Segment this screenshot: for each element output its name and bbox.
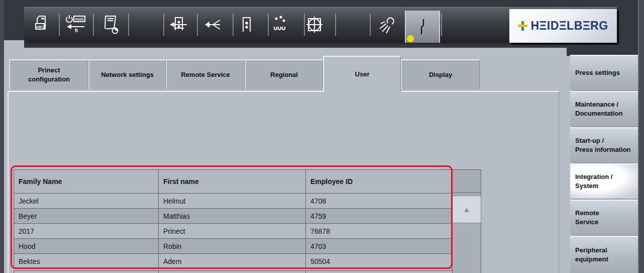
table-cell[interactable]: Bektes — [14, 254, 159, 269]
toolbar-separator — [128, 14, 129, 36]
powder-sprayer-icon — [270, 15, 290, 35]
table-cell[interactable]: 4759 — [306, 209, 453, 224]
prinect-press-center-screen: ABC 0000 h — [0, 0, 644, 273]
heidelberg-plus-icon — [518, 21, 527, 31]
scrollbar-header-cell — [452, 169, 481, 193]
sheet-infeed-button[interactable] — [161, 8, 195, 42]
wash-spray-button[interactable] — [371, 8, 405, 42]
heidelberg-logo-panel: HΞIDΞLBΞRG — [509, 9, 617, 43]
abc-counter-button[interactable]: ABC — [24, 8, 58, 42]
wash-spray-icon — [378, 14, 399, 35]
toolbar-separator — [370, 14, 371, 36]
table-cell[interactable]: Beyer — [14, 209, 159, 224]
column-header-family-name: Family Name — [14, 170, 159, 194]
hour-counter-icon: 0000 h — [64, 15, 86, 35]
sidebar-item-startup[interactable]: Start-up / Press information — [570, 127, 638, 162]
svg-text:0000: 0000 — [75, 18, 84, 22]
status-indicator-dot — [407, 35, 414, 42]
table-cell[interactable]: 76878 — [306, 224, 453, 239]
sidebar-item-press-settings[interactable]: Press settings — [570, 55, 638, 90]
user-table: Family Name First name Employee ID Jecke… — [14, 169, 452, 269]
register-icon — [304, 15, 325, 35]
register-button[interactable] — [297, 8, 332, 42]
tab-remote-service[interactable]: Remote Service — [166, 59, 245, 89]
hour-counter-button[interactable]: 0000 h — [58, 8, 92, 42]
content-corner-notch — [4, 40, 24, 48]
service-switch-icon — [419, 18, 426, 35]
toolbar-separator — [335, 14, 336, 36]
heidelberg-logo-text: HΞIDΞLBΞRG — [530, 19, 608, 33]
job-report-time-icon — [99, 15, 120, 35]
scroll-up-button[interactable]: ▲ — [452, 196, 481, 223]
svg-text:h: h — [75, 28, 78, 33]
abc-card-icon: ABC — [31, 15, 51, 35]
sheet-travel-button[interactable] — [195, 8, 229, 42]
table-cell[interactable]: 4708 — [306, 194, 453, 209]
tab-user[interactable]: User — [323, 56, 401, 92]
sidebar-item-integration-system[interactable]: Integration / System — [570, 163, 638, 199]
table-cell[interactable]: Robin — [159, 239, 306, 254]
toolbar-separator — [441, 14, 442, 36]
table-cell[interactable]: 4703 — [306, 239, 453, 254]
sidebar-item-maintenance[interactable]: Maintenance / Documentation — [570, 91, 638, 126]
tab-network-settings[interactable]: Network settings — [88, 59, 166, 89]
table-cell[interactable]: Jeckel — [14, 194, 159, 209]
column-header-employee-id: Employee ID — [306, 170, 453, 194]
delivery-unit-icon — [236, 15, 256, 35]
tab-display[interactable]: Display — [401, 59, 480, 89]
table-cell[interactable]: Helmut — [159, 194, 306, 209]
delivery-button[interactable] — [229, 8, 263, 42]
tab-prinect-configuration[interactable]: Prinect configuration — [9, 59, 88, 89]
sheet-infeed-icon — [168, 15, 188, 35]
table-partial-row — [14, 270, 452, 273]
tab-regional[interactable]: Regional — [245, 59, 323, 89]
sheet-travel-arrow-icon — [202, 15, 222, 35]
left-frame-strip — [0, 0, 4, 273]
powder-sprayer-button[interactable] — [263, 8, 297, 42]
table-cell[interactable]: Prinect — [159, 224, 306, 239]
table-cell[interactable]: Hood — [14, 239, 159, 254]
sidebar-item-remote-service[interactable]: Remote Service — [570, 200, 638, 235]
column-header-first-name: First name — [159, 170, 306, 194]
table-cell[interactable]: 2017 — [14, 224, 159, 239]
right-frame-strip — [638, 0, 644, 273]
up-arrow-icon: ▲ — [463, 205, 471, 214]
job-report-time-button[interactable] — [92, 8, 127, 42]
table-cell[interactable]: Adem — [159, 254, 306, 269]
sidebar-item-peripheral-equipment[interactable]: Peripheral equipment — [570, 236, 638, 273]
table-cell[interactable]: Matthias — [159, 209, 306, 224]
svg-text:ABC: ABC — [36, 25, 44, 29]
table-cell[interactable]: 50504 — [306, 254, 453, 269]
